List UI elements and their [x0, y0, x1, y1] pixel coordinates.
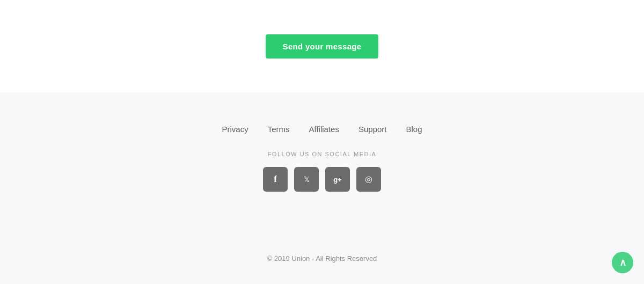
facebook-button[interactable] — [263, 167, 288, 192]
dribbble-icon — [365, 174, 372, 185]
twitter-button[interactable] — [294, 167, 319, 192]
send-message-button[interactable]: Send your message — [266, 34, 379, 59]
social-media-label: FOLLOW US ON SOCIAL MEDIA — [268, 151, 377, 157]
social-icons-group — [263, 167, 381, 192]
googleplus-button[interactable] — [325, 167, 350, 192]
dribbble-button[interactable] — [356, 167, 381, 192]
footer-nav-blog[interactable]: Blog — [406, 125, 422, 134]
footer-nav-affiliates[interactable]: Affiliates — [309, 125, 339, 134]
facebook-icon — [274, 174, 277, 185]
footer: Privacy Terms Affiliates Support Blog FO… — [0, 92, 644, 284]
footer-nav-privacy[interactable]: Privacy — [222, 125, 248, 134]
copyright-text: © 2019 Union - All Rights Reserved — [267, 254, 377, 284]
chevron-up-icon — [619, 257, 626, 268]
footer-nav-support[interactable]: Support — [358, 125, 387, 134]
twitter-icon — [304, 174, 310, 185]
footer-nav-terms[interactable]: Terms — [268, 125, 290, 134]
scroll-top-button[interactable] — [612, 252, 633, 273]
top-section: Send your message — [0, 0, 644, 92]
footer-nav: Privacy Terms Affiliates Support Blog — [222, 125, 422, 134]
googleplus-icon — [333, 174, 342, 185]
